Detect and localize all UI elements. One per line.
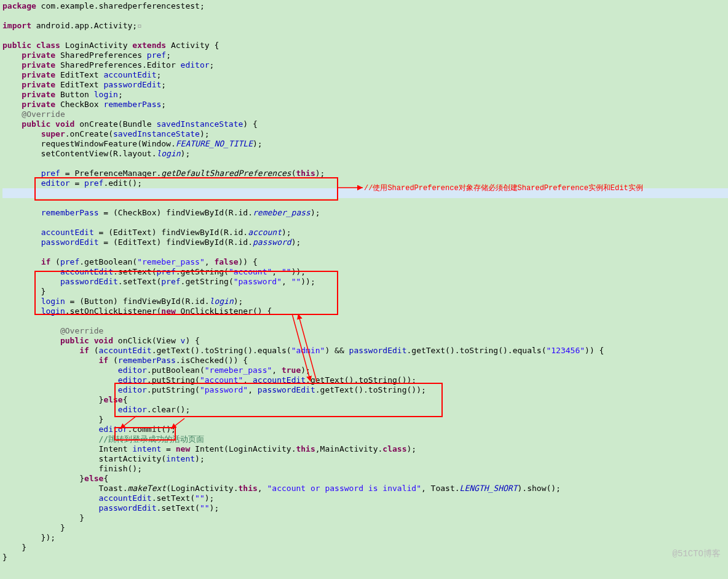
annotation-text: //使用SharedPreference对象存储必须创建SharedPrefer… — [364, 183, 643, 193]
code-block: package com.example.sharedperferencestes… — [0, 0, 728, 564]
watermark: @51CTO博客 — [673, 549, 721, 559]
